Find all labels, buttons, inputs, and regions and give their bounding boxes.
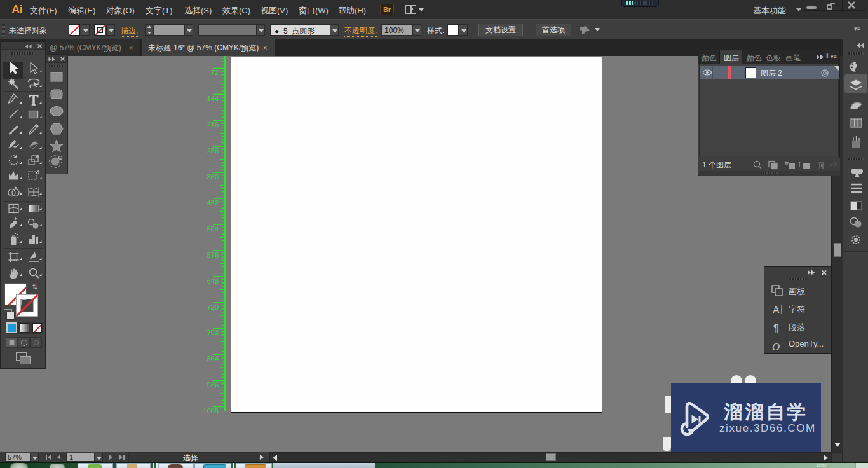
svg-text:A: A — [773, 305, 780, 315]
svg-text:1008: 1008 — [203, 407, 219, 415]
svg-text:936: 936 — [207, 381, 219, 389]
svg-text:72: 72 — [211, 69, 219, 76]
svg-text:504: 504 — [207, 225, 219, 233]
svg-text:648: 648 — [207, 277, 219, 285]
svg-text:432: 432 — [207, 199, 219, 207]
svg-text:360: 360 — [207, 173, 219, 181]
svg-text:216: 216 — [207, 121, 219, 128]
svg-text:576: 576 — [207, 251, 219, 259]
svg-text:720: 720 — [207, 303, 219, 311]
svg-text:288: 288 — [207, 147, 219, 155]
svg-text:792: 792 — [207, 329, 219, 336]
svg-text:144: 144 — [207, 95, 219, 102]
svg-text:O: O — [772, 341, 780, 353]
svg-text:864: 864 — [207, 355, 219, 362]
svg-text:¶: ¶ — [773, 323, 779, 334]
